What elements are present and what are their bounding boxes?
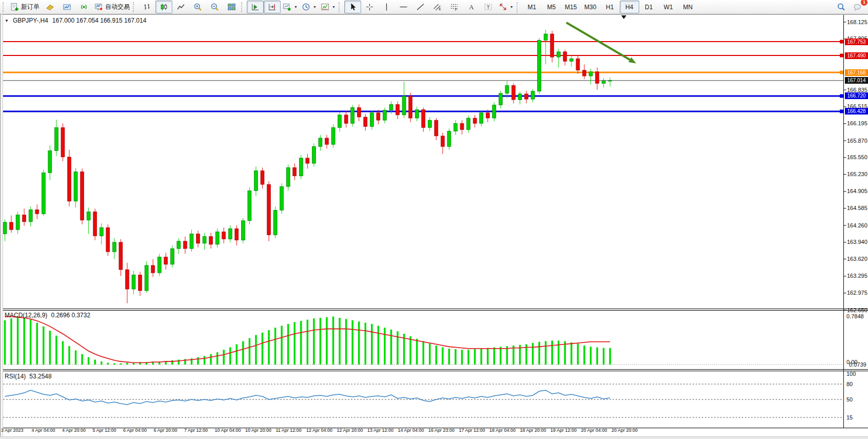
text-button[interactable]: A	[463, 1, 480, 13]
rsi-label[interactable]: RSI(14) 53.2548	[5, 373, 52, 380]
crosshair-button[interactable]	[361, 1, 378, 13]
chart-canvas[interactable]	[0, 14, 868, 437]
candle-body	[319, 138, 322, 146]
macd-histogram-bar	[545, 341, 547, 365]
candle-body	[415, 110, 419, 118]
macd-histogram-bar	[480, 349, 482, 365]
macd-histogram-bar	[423, 341, 425, 365]
macd-histogram-bar	[236, 344, 238, 365]
macd-histogram-bar	[448, 349, 450, 365]
timeframe-button-w1[interactable]: W1	[659, 1, 678, 13]
zoom-in-icon	[193, 3, 202, 11]
templates-dropdown[interactable]: ▼	[319, 1, 338, 13]
macd-histogram-bar	[596, 347, 598, 365]
chevron-down-icon: ▼	[332, 5, 336, 9]
chart-expander-icon[interactable]: ▼	[5, 18, 9, 23]
candle-body	[447, 131, 451, 147]
candle-body	[396, 104, 400, 114]
timeframe-button-m1[interactable]: M1	[522, 1, 542, 13]
macd-histogram-bar	[538, 342, 540, 365]
text-label-button[interactable]: T	[480, 1, 497, 13]
macd-histogram-bar	[313, 318, 315, 365]
candle-body	[467, 118, 470, 130]
cursor-button[interactable]	[344, 1, 361, 13]
macd-histogram-bar	[487, 348, 489, 365]
line-chart-button[interactable]	[172, 1, 189, 13]
timeframe-button-h1[interactable]: H1	[600, 1, 620, 13]
periods-dropdown[interactable]: ▼	[300, 1, 319, 13]
macd-histogram-bar	[474, 349, 476, 365]
macd-histogram-bar	[10, 318, 12, 365]
zoom-out-button[interactable]	[206, 1, 223, 13]
macd-histogram-bar	[242, 341, 244, 365]
trendline-button[interactable]	[412, 1, 429, 13]
new-chart-dropdown[interactable]: ▼	[281, 1, 300, 13]
notifications-button[interactable]: 1	[850, 1, 866, 13]
candle-body	[293, 167, 297, 176]
candle-body	[68, 157, 71, 201]
data-window-button[interactable]	[58, 1, 75, 13]
tile-windows-icon	[227, 3, 236, 11]
equidistant-channel-button[interactable]: E	[429, 1, 446, 13]
macd-histogram-bar	[570, 342, 573, 365]
template-icon	[321, 3, 329, 11]
candle-body	[157, 257, 161, 273]
market-watch-button[interactable]	[42, 1, 58, 13]
macd-histogram-bar	[351, 320, 353, 365]
candle-body	[241, 221, 245, 240]
candle-body	[81, 172, 84, 220]
auto-trading-label: 自动交易	[105, 3, 130, 11]
candle-body	[608, 81, 612, 81]
zoom-in-button[interactable]	[189, 1, 206, 13]
chevron-down-icon: ▼	[294, 5, 298, 9]
macd-histogram-bar	[223, 350, 225, 365]
vertical-line-button[interactable]	[378, 1, 395, 13]
timeframe-button-d1[interactable]: D1	[639, 1, 659, 13]
macd-histogram-bar	[436, 346, 438, 365]
tile-windows-button[interactable]	[223, 1, 240, 13]
rsi-line	[5, 390, 610, 405]
candle-body	[222, 232, 226, 239]
macd-histogram-bar	[603, 348, 605, 365]
signals-button[interactable]	[75, 1, 92, 13]
chart-title[interactable]: ▼ GBPJPY-,H4 167.000 167.054 166.915 167…	[5, 17, 146, 24]
chevron-down-icon: ▼	[510, 5, 514, 9]
candle-body	[338, 115, 342, 128]
macd-histogram-bar	[62, 341, 64, 365]
new-order-button[interactable]: 新订单	[8, 1, 42, 13]
macd-histogram-bar	[558, 340, 560, 365]
macd-histogram-bar	[551, 340, 554, 365]
candle-body	[267, 184, 271, 235]
chart-shift-button[interactable]	[264, 1, 281, 13]
candlestick-chart-button[interactable]	[155, 1, 172, 13]
timeframe-button-m30[interactable]: M30	[581, 1, 600, 13]
timeframe-button-m5[interactable]: M5	[542, 1, 561, 13]
timeframe-button-h4[interactable]: H4	[620, 1, 639, 13]
search-button[interactable]	[833, 1, 850, 13]
candle-body	[538, 40, 541, 91]
candle-body	[125, 270, 129, 289]
macd-histogram-bar	[345, 319, 347, 365]
candle-body	[280, 186, 284, 210]
candle-body	[273, 210, 277, 235]
candle-body	[357, 108, 361, 117]
horizontal-line-button[interactable]	[395, 1, 412, 13]
timeframe-button-mn[interactable]: MN	[678, 1, 698, 13]
candle-body	[170, 249, 174, 264]
chart-ohlc-values: 167.000 167.054 166.915 167.014	[52, 17, 147, 24]
macd-label[interactable]: MACD(12,26,9) 0.2696 0.3732	[5, 312, 90, 319]
macd-histogram-bar	[384, 328, 386, 365]
candle-body	[377, 113, 380, 120]
auto-trading-button[interactable]: 自动交易	[92, 1, 132, 13]
fibonacci-button[interactable]: F	[446, 1, 463, 13]
candle-body	[48, 151, 52, 173]
bar-chart-button[interactable]	[139, 1, 155, 13]
candle-body	[389, 104, 393, 110]
timeframe-button-m15[interactable]: M15	[561, 1, 581, 13]
candle-body	[499, 93, 502, 105]
text-icon: A	[467, 3, 476, 11]
candle-body	[106, 227, 110, 252]
arrows-dropdown[interactable]: ▼	[497, 1, 516, 13]
macd-histogram-bar	[365, 323, 367, 365]
auto-scroll-button[interactable]	[247, 1, 264, 13]
